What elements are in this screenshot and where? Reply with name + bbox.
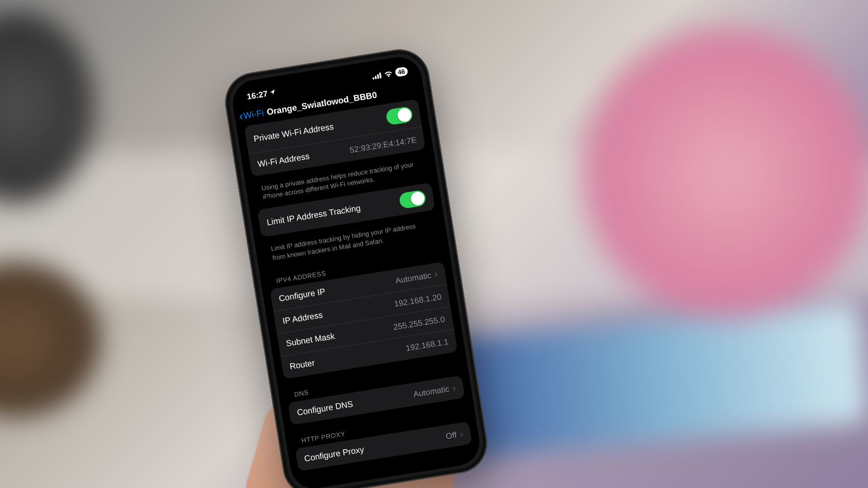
row-value: Automatic (413, 384, 450, 399)
phone-frame: 16:27 46 ‹ (221, 45, 492, 488)
chevron-right-icon: › (459, 429, 464, 439)
row-value: Off (445, 430, 457, 441)
row-label: Router (289, 358, 316, 371)
svg-rect-3 (379, 72, 381, 78)
row-label: Configure Proxy (304, 445, 365, 464)
svg-rect-2 (376, 74, 379, 79)
row-value: 255.255.255.0 (393, 314, 445, 331)
row-label: IP Address (282, 310, 323, 326)
row-value: 192.168.1.20 (393, 292, 442, 308)
row-label: Limit IP Address Tracking (266, 203, 361, 227)
phone-screen: 16:27 46 ‹ (229, 54, 483, 488)
back-button[interactable]: ‹ Wi-Fi (238, 107, 265, 123)
row-label: Private Wi-Fi Address (253, 121, 334, 144)
back-label: Wi-Fi (243, 108, 265, 121)
chevron-right-icon: › (433, 269, 438, 279)
status-time: 16:27 (246, 88, 269, 101)
row-label: Configure DNS (296, 399, 354, 418)
cellular-icon (372, 70, 382, 81)
svg-rect-0 (372, 77, 374, 79)
row-label: Subnet Mask (285, 331, 335, 349)
svg-rect-1 (374, 75, 376, 79)
row-value: 192.168.1.1 (405, 337, 449, 352)
wifi-icon (383, 69, 393, 79)
toggle-private-wifi[interactable] (385, 106, 413, 125)
row-value: 52:93:29:E4:14:7E (349, 134, 417, 154)
settings-content: Private Wi-Fi Address Wi-Fi Address 52:9… (237, 98, 482, 488)
battery-indicator: 46 (394, 67, 409, 77)
location-icon (269, 87, 277, 98)
row-label: Configure IP (278, 287, 326, 304)
row-label: Wi-Fi Address (257, 151, 310, 169)
chevron-right-icon: › (452, 383, 457, 393)
row-value: Automatic (395, 270, 432, 285)
toggle-limit-ip-tracking[interactable] (399, 190, 427, 209)
